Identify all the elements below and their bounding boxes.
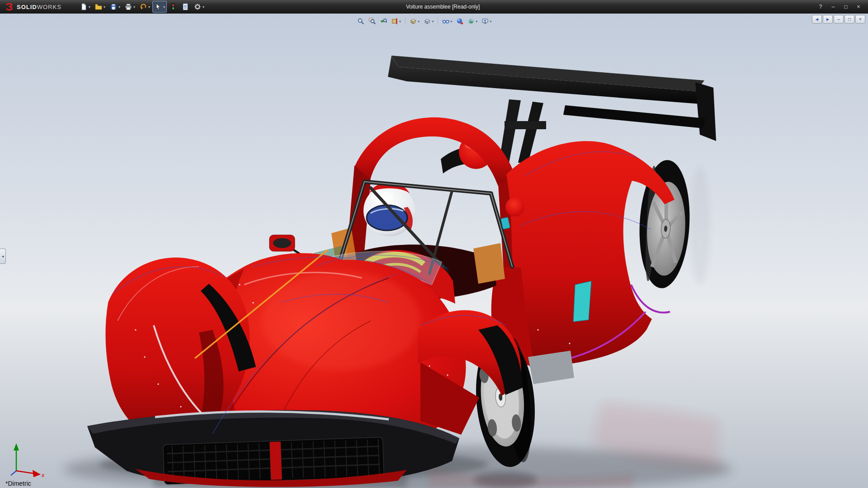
main-toolbar: ▾ ▾ ▾ ▾ ▾ ▾ ▾ [78,1,206,13]
x-axis [16,471,34,474]
restore-button[interactable]: □ [840,2,852,11]
chevron-down-icon: ▾ [432,19,434,23]
graphics-viewport[interactable]: ▾ ▾ ▾ ▾ ▾ ▾ ◄ ► [0,14,868,488]
save-button[interactable]: ▾ [108,1,122,13]
print-button[interactable]: ▾ [123,1,137,13]
open-button[interactable]: ▾ [93,1,107,13]
window-controls: ? – □ × [815,2,868,11]
new-button[interactable]: ▾ [78,1,92,13]
grille-divider [270,441,282,480]
hide-show-items-button[interactable]: ▾ [440,15,454,27]
previous-view-button[interactable] [378,15,389,27]
apply-scene-button[interactable]: ▾ [466,15,479,27]
toolbar-separator [405,17,406,25]
zoom-to-area-button[interactable] [367,15,377,27]
close-button[interactable]: × [853,2,864,11]
select-button[interactable]: ▾ [152,1,167,13]
file-properties-button[interactable] [179,1,191,13]
document-window-controls: ◄ ► – □ × [812,15,865,23]
rebuild-button[interactable] [167,1,179,13]
view-orientation-label: *Dimetric [5,480,31,487]
edit-appearance-button[interactable] [454,15,465,27]
3d-model-render[interactable] [0,14,868,488]
chevron-down-icon: ▾ [118,5,120,9]
featuremanager-flyout-tab[interactable]: ◂ [0,249,6,264]
chevron-down-icon: ▾ [450,19,452,23]
coordinate-triad: x [4,436,47,478]
chevron-down-icon: ▾ [476,19,477,23]
chevron-down-icon: ▾ [89,5,90,9]
chevron-down-icon: ▾ [490,19,491,23]
display-style-button[interactable]: ▾ [422,15,435,27]
dassault-3ds-logo-icon [5,3,14,11]
minimize-button[interactable]: – [827,2,839,11]
solidworks-window: SOLIDWORKS ▾ ▾ ▾ ▾ ▾ ▾ [0,0,868,488]
view-orientation-button[interactable]: ▾ [408,15,421,27]
teal-panel[interactable] [573,281,591,322]
doc-minimize-button[interactable]: – [834,15,844,23]
chevron-down-icon: ▾ [418,19,420,23]
chevron-down-icon: ▾ [163,5,165,9]
chevron-down-icon: ▾ [148,5,150,9]
seat-pad [473,243,505,284]
intake-bulb[interactable] [505,197,524,216]
back-button[interactable]: ◄ [812,15,822,23]
chevron-down-icon: ▾ [104,5,105,9]
doc-restore-button[interactable]: □ [844,15,854,23]
logo-works: WORKS [37,4,61,10]
chevron-down-icon: ▾ [133,5,135,9]
z-axis [11,471,16,475]
title-bar: SOLIDWORKS ▾ ▾ ▾ ▾ ▾ ▾ [0,0,868,14]
help-button[interactable]: ? [815,2,826,11]
chevron-down-icon: ▾ [399,19,401,23]
section-view-button[interactable]: ▾ [389,15,403,27]
chevron-down-icon: ▾ [203,5,204,9]
logo-solid: SOLID [17,4,37,10]
heads-up-view-toolbar: ▾ ▾ ▾ ▾ ▾ ▾ [355,15,493,27]
solidworks-logo: SOLIDWORKS [0,3,66,11]
document-title: Voiture assemblee [Read-only] [406,0,480,14]
undo-button[interactable]: ▾ [137,1,152,13]
x-axis-label: x [41,472,45,478]
options-button[interactable]: ▾ [192,1,206,13]
doc-close-button[interactable]: × [855,15,865,23]
forward-button[interactable]: ► [823,15,833,23]
front-splitter[interactable] [87,410,459,487]
logo-text: SOLIDWORKS [17,4,61,10]
zoom-to-fit-button[interactable] [355,15,366,27]
view-settings-button[interactable]: ▾ [480,15,493,27]
toolbar-separator [438,17,438,25]
